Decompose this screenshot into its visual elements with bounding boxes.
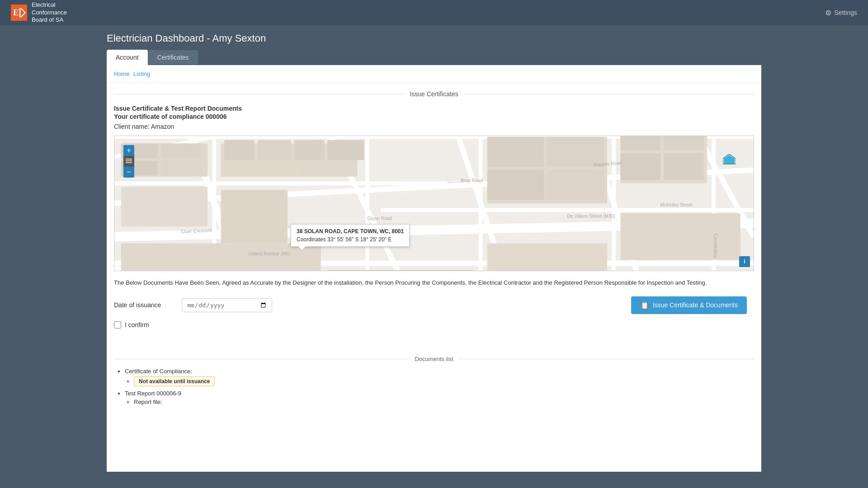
- svg-rect-32: [161, 143, 201, 158]
- gear-icon: ⚙: [825, 9, 831, 17]
- svg-rect-37: [294, 140, 324, 160]
- map-marker: [723, 154, 736, 167]
- svg-rect-40: [487, 137, 544, 167]
- svg-marker-66: [724, 155, 735, 164]
- section-line-right: [464, 94, 754, 94]
- breadcrumb-listing[interactable]: Listing: [133, 70, 151, 77]
- map-zoom-controls: + −: [123, 145, 134, 178]
- svg-text:Glynn Road: Glynn Road: [368, 216, 392, 221]
- svg-rect-36: [258, 140, 291, 160]
- zoom-out-button[interactable]: −: [123, 167, 134, 178]
- zoom-in-button[interactable]: +: [123, 145, 134, 156]
- svg-rect-52: [620, 213, 740, 260]
- breadcrumb: Home Listing: [107, 65, 761, 83]
- divider-line-right: [459, 359, 754, 359]
- svg-rect-34: [161, 161, 201, 175]
- svg-rect-45: [620, 136, 660, 150]
- svg-rect-47: [620, 154, 660, 180]
- section-title-row: Issue Certificates: [114, 90, 754, 98]
- app-header: E Electrical Conformance Board of SA ⚙ S…: [0, 0, 868, 25]
- svg-rect-27: [121, 187, 208, 226]
- description-text: The Below Documents Have Been Seen, Agre…: [114, 278, 754, 287]
- svg-text:Jutland Avenue (M6): Jutland Avenue (M6): [248, 251, 290, 256]
- issue-certificate-button[interactable]: 📋 Issue Certificate & Documents: [631, 296, 747, 314]
- tab-certificates[interactable]: Certificates: [148, 50, 198, 65]
- logo-text: Electrical Conformance Board of SA: [32, 1, 67, 24]
- svg-rect-46: [664, 136, 703, 150]
- confirm-row: I confirm: [114, 321, 754, 328]
- list-item-coc-sub: Not available until issuance: [134, 376, 754, 386]
- svg-rect-29: [221, 190, 288, 244]
- documents-list: Certificate of Compliance: Not available…: [114, 368, 754, 405]
- svg-text:Briar Road: Briar Road: [461, 178, 483, 183]
- popup-address: 38 SOLAN ROAD, CAPE TOWN, WC, 8001: [297, 228, 404, 235]
- settings-button[interactable]: ⚙ Settings: [825, 9, 857, 17]
- svg-text:Constitution: Constitution: [713, 233, 718, 258]
- map-container[interactable]: Glynn Street Dyson Street Briar Road Rap…: [114, 136, 754, 271]
- date-input[interactable]: [182, 298, 272, 312]
- map-popup: 38 SOLAN ROAD, CAPE TOWN, WC, 8001 Coord…: [291, 224, 410, 247]
- doc-sub-list-report: Report file:: [125, 399, 754, 405]
- confirm-checkbox[interactable]: [114, 321, 121, 328]
- tabs-bar: Account Certificates: [107, 50, 761, 65]
- tab-account[interactable]: Account: [107, 50, 148, 65]
- svg-rect-49: [121, 243, 321, 271]
- svg-rect-51: [487, 243, 607, 271]
- zoom-scale: [123, 156, 134, 167]
- section-label: Issue Certificates: [404, 90, 463, 98]
- divider-line-left: [114, 359, 409, 359]
- logo-area: E Electrical Conformance Board of SA: [11, 1, 67, 24]
- list-item-coc: Certificate of Compliance: Not available…: [125, 368, 754, 386]
- popup-coordinates: Coordinates 33° 55' 56" S 18° 25' 20" E: [297, 236, 404, 243]
- client-name: Client name: Amazon: [114, 123, 754, 130]
- doc-subtitle: Your certificate of compliance 000006: [114, 113, 754, 120]
- svg-text:De Villiers Street (M30): De Villiers Street (M30): [567, 214, 615, 219]
- svg-rect-38: [327, 140, 364, 160]
- svg-text:E: E: [13, 8, 19, 17]
- map-svg: Glynn Street Dyson Street Briar Road Rap…: [114, 136, 754, 271]
- list-item-report-sub: Report file:: [134, 399, 754, 405]
- list-item-test-report: Test Report 000006-9 Report file:: [125, 390, 754, 405]
- svg-rect-35: [224, 140, 254, 160]
- svg-text:Mckinley Street: Mckinley Street: [660, 202, 693, 207]
- doc-sub-list-coc: Not available until issuance: [125, 376, 754, 386]
- section-line-left: [114, 94, 404, 94]
- breadcrumb-home[interactable]: Home: [114, 70, 130, 77]
- doc-title: Issue Certificate & Test Report Document…: [114, 105, 754, 112]
- main-content: Home Listing Issue Certificates Issue Ce…: [107, 65, 761, 472]
- page-title-area: Electrician Dashboard - Amy Sexton Accou…: [0, 25, 868, 65]
- svg-rect-42: [487, 170, 544, 200]
- form-row: Date of issuance 📋 Issue Certificate & D…: [114, 296, 754, 314]
- svg-rect-43: [547, 170, 604, 200]
- logo-icon: E: [11, 5, 27, 21]
- documents-list-section: Documents list Certificate of Compliance…: [107, 345, 761, 416]
- upload-icon: 📋: [640, 301, 649, 310]
- not-available-badge: Not available until issuance: [134, 376, 215, 386]
- documents-section-label: Documents list: [409, 356, 458, 362]
- issue-certificates-section: Issue Certificates Issue Certificate & T…: [107, 83, 761, 345]
- date-label: Date of issuance: [114, 301, 173, 309]
- page-title: Electrician Dashboard - Amy Sexton: [107, 33, 761, 44]
- confirm-label: I confirm: [125, 321, 149, 328]
- map-info-button[interactable]: i: [739, 256, 750, 267]
- svg-rect-48: [664, 154, 703, 180]
- svg-rect-50: [327, 270, 474, 271]
- documents-section-divider: Documents list: [114, 356, 754, 362]
